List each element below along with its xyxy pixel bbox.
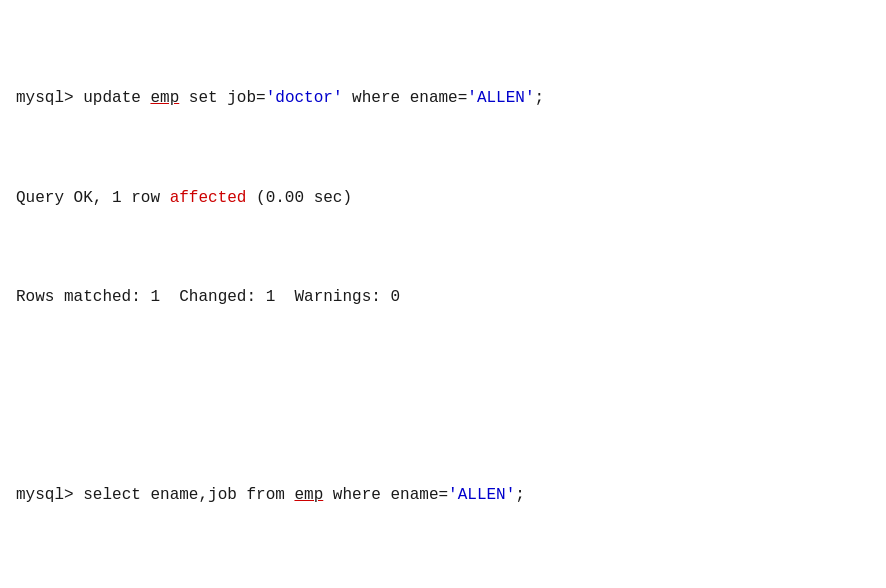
semicolon-1: ; bbox=[535, 89, 545, 107]
value-doctor: 'doctor' bbox=[266, 89, 343, 107]
value-allen-1: 'ALLEN' bbox=[467, 89, 534, 107]
query-ok-line: Query OK, 1 row affected (0.00 sec) bbox=[16, 186, 870, 211]
semicolon-2: ; bbox=[515, 486, 525, 504]
prompt-1: mysql> bbox=[16, 89, 83, 107]
terminal-output: mysql> update emp set job='doctor' where… bbox=[16, 12, 870, 588]
cmd-where-2: where ename= bbox=[323, 486, 448, 504]
cmd-select-1: select ename,job from bbox=[83, 486, 294, 504]
affected-text: affected bbox=[170, 189, 247, 207]
prompt-2: mysql> bbox=[16, 486, 83, 504]
cmd-where-1: where ename= bbox=[342, 89, 467, 107]
emp-table-ref-1: emp bbox=[150, 89, 179, 107]
select-emp-command-line: mysql> select ename,job from emp where e… bbox=[16, 483, 870, 508]
value-allen-2: 'ALLEN' bbox=[448, 486, 515, 504]
cmd-set: set job= bbox=[179, 89, 265, 107]
rows-matched-line: Rows matched: 1 Changed: 1 Warnings: 0 bbox=[16, 285, 870, 310]
cmd-update: update bbox=[83, 89, 150, 107]
emp-table-ref-2: emp bbox=[294, 486, 323, 504]
update-command-line: mysql> update emp set job='doctor' where… bbox=[16, 86, 870, 111]
empty-line-1 bbox=[16, 384, 870, 409]
table-border-top-1: +--------+---------+ bbox=[16, 582, 870, 588]
